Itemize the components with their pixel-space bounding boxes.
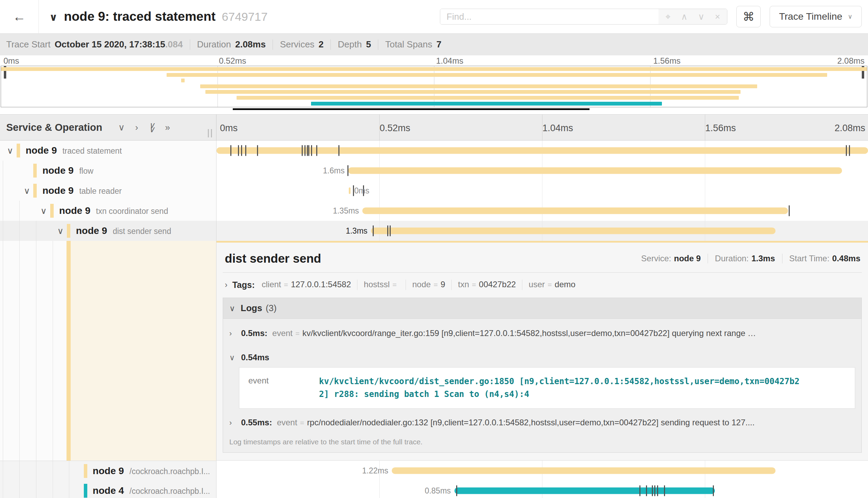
log-event-tick <box>316 145 317 156</box>
timeline-tick-label: 0.52ms <box>380 123 410 134</box>
span-duration-bar[interactable] <box>216 147 868 154</box>
equals-sign: = <box>300 419 304 427</box>
chevron-down-icon[interactable]: ∨ <box>57 226 63 236</box>
span-timeline-cell[interactable]: 0.85ms <box>216 481 868 498</box>
service-color-bar <box>17 144 20 157</box>
timeline-tick-label: 2.08ms <box>834 123 865 134</box>
log-field-key: event <box>239 368 319 408</box>
span-row[interactable]: ∨node 9txn coordinator send1.35ms <box>0 201 868 221</box>
minimap-span-bar <box>167 73 827 77</box>
log-event-tick <box>304 145 305 156</box>
minimap-tick-label: 1.56ms <box>653 56 681 66</box>
span-name-cell[interactable]: ∨node 9traced statement <box>0 141 216 161</box>
keyboard-shortcuts-button[interactable]: ⌘ <box>736 6 761 27</box>
collapse-one-icon[interactable]: ∨ <box>118 122 125 133</box>
separator <box>522 280 522 290</box>
find-group: ⌖ ∧ ∨ × <box>440 9 727 25</box>
top-nav: ← ∨ node 9: traced statement 6749717 ⌖ ∧… <box>0 0 868 34</box>
chevron-down-icon[interactable]: ∨ <box>24 186 30 196</box>
chevron-right-icon: › <box>229 418 241 427</box>
span-row[interactable]: node 9/cockroach.roachpb.I...1.22ms <box>0 461 868 481</box>
minimap-tick-labels: 0ms0.52ms1.04ms1.56ms2.08ms <box>0 55 868 66</box>
separator <box>406 280 406 290</box>
find-next-icon[interactable]: ∨ <box>698 11 705 22</box>
span-name: node 4/cockroach.roachpb.I... <box>93 485 210 496</box>
logs-header[interactable]: ∨ Logs (3) <box>223 298 861 319</box>
trace-title-group: ∨ node 9: traced statement 6749717 <box>49 9 440 24</box>
span-duration-bar[interactable] <box>349 188 351 194</box>
span-name-cell[interactable]: ∨node 9dist sender send <box>0 221 216 241</box>
span-timeline-cell[interactable]: 1.3ms <box>216 221 868 241</box>
detail-meta: Service:node 9Duration:1.3msStart Time:0… <box>641 254 860 263</box>
span-row[interactable]: ∨node 9traced statement <box>0 141 868 161</box>
timeline-tick-label: 1.56ms <box>705 123 736 134</box>
log-event-tick <box>347 165 348 176</box>
find-prev-icon[interactable]: ∧ <box>681 11 688 22</box>
span-row[interactable]: ∨node 9dist sender send1.3ms <box>0 221 868 241</box>
command-icon: ⌘ <box>743 10 754 24</box>
log-event-tick <box>390 226 391 236</box>
span-row[interactable]: ∨node 9table reader0ms <box>0 181 868 201</box>
span-name-cell[interactable]: node 4/cockroach.roachpb.I... <box>0 481 216 498</box>
span-timeline-cell[interactable]: 1.35ms <box>216 201 868 221</box>
span-name: node 9table reader <box>42 185 122 196</box>
expand-all-icon[interactable]: » <box>165 122 170 133</box>
span-row[interactable]: node 4/cockroach.roachpb.I...0.85ms <box>0 481 868 498</box>
span-row[interactable]: node 9flow1.6ms <box>0 161 868 181</box>
log-entry-3[interactable]: › 0.55ms: event = rpc/nodedialer/nodedia… <box>223 414 861 432</box>
find-clear-icon[interactable]: × <box>715 11 720 22</box>
span-timeline-cell[interactable] <box>216 141 868 161</box>
tag-item: user=demo <box>529 280 575 289</box>
tags-row[interactable]: › Tags: client=127.0.0.1:54582hostssl=no… <box>223 273 862 297</box>
expand-one-icon[interactable]: › <box>135 122 138 133</box>
detail-left-column <box>0 241 216 461</box>
span-duration-bar[interactable] <box>362 208 788 214</box>
span-timeline-cell[interactable]: 0ms <box>216 181 868 201</box>
span-timeline-cell[interactable]: 1.6ms <box>216 161 868 181</box>
collapse-all-icon[interactable]: ∨∨ <box>149 123 155 132</box>
minimap-canvas[interactable] <box>1 66 867 107</box>
minimap-tick-label: 0ms <box>3 56 19 66</box>
log-event-tick <box>456 486 457 496</box>
detail-meta-item: Duration:1.3ms <box>715 254 775 263</box>
tags-label: Tags: <box>232 280 255 290</box>
detail-header: dist sender send Service:node 9Duration:… <box>223 243 862 272</box>
collapse-trace-icon[interactable]: ∨ <box>49 11 57 23</box>
span-timeline-cell[interactable]: 1.22ms <box>216 461 868 481</box>
trace-info-item: Services2 <box>280 39 324 50</box>
span-duration-bar[interactable] <box>392 468 776 474</box>
span-duration-bar[interactable] <box>348 167 842 174</box>
view-selector-button[interactable]: Trace Timeline ∨ <box>770 6 862 27</box>
back-button[interactable]: ← <box>0 0 39 33</box>
chevron-down-icon[interactable]: ∨ <box>41 206 47 216</box>
chevron-down-icon: ∨ <box>229 304 235 313</box>
span-duration-bar[interactable] <box>371 228 776 234</box>
log-event-tick <box>387 226 388 236</box>
span-name-cell[interactable]: ∨node 9txn coordinator send <box>0 201 216 221</box>
span-name-cell[interactable]: node 9flow <box>0 161 216 181</box>
span-name-cell[interactable]: node 9/cockroach.roachpb.I... <box>0 461 216 481</box>
horizontal-scroll-indicator[interactable] <box>233 108 590 110</box>
log-entry-2[interactable]: ∨ 0.54ms <box>223 343 861 364</box>
tag-item: txn=00427b22 <box>458 280 516 289</box>
log-event-tick <box>302 145 303 156</box>
minimap-tick-label: 2.08ms <box>837 56 865 66</box>
minimap-tick-label: 0.52ms <box>219 56 246 66</box>
logs-box: ∨ Logs (3) › 0.5ms: event = kv/kvclient/… <box>223 298 862 453</box>
log-event-tick <box>308 145 309 156</box>
span-duration-bar[interactable] <box>454 488 715 494</box>
trace-timeline-page: ← ∨ node 9: traced statement 6749717 ⌖ ∧… <box>0 0 868 498</box>
span-duration-label: 1.3ms <box>346 226 367 236</box>
timeline-header: Service & Operation ∨ › ∨∨ » 0ms0.52ms1.… <box>0 114 868 141</box>
log-entry-1[interactable]: › 0.5ms: event = kv/kvclient/kvcoord/ran… <box>223 319 861 343</box>
span-duration-label: 0.85ms <box>425 486 451 496</box>
chevron-down-icon[interactable]: ∨ <box>7 146 13 156</box>
locate-icon[interactable]: ⌖ <box>665 11 671 22</box>
find-input[interactable] <box>440 9 658 24</box>
timeline-tick-label: 0ms <box>220 123 238 134</box>
trace-info-item: Total Spans7 <box>385 39 441 50</box>
timeline-header-ticks: 0ms0.52ms1.04ms1.56ms2.08ms <box>216 115 868 140</box>
column-resize-grip[interactable] <box>208 129 212 137</box>
span-name-cell[interactable]: ∨node 9table reader <box>0 181 216 201</box>
timeline-header-left: Service & Operation ∨ › ∨∨ » <box>0 115 216 140</box>
